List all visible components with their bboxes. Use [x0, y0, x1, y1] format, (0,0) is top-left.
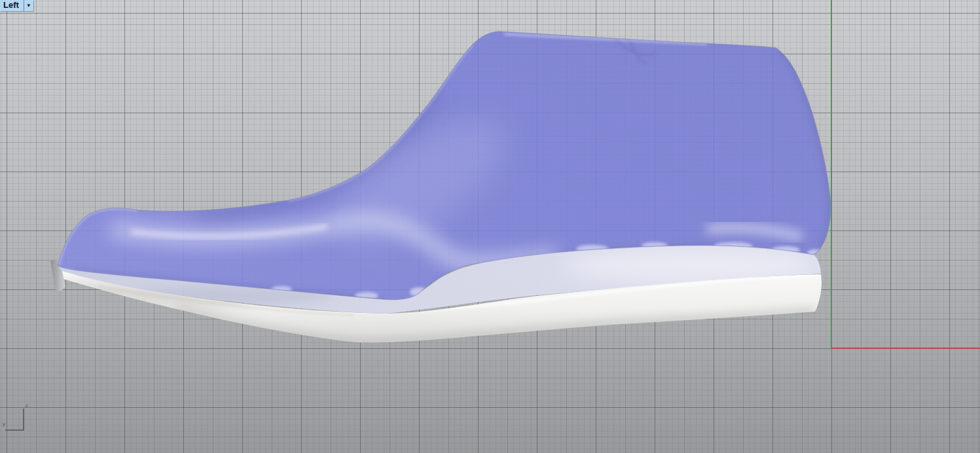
viewport-title[interactable]: Left — [0, 0, 24, 11]
cplane-axes-indicator: z y — [0, 399, 39, 439]
viewport-title-pill[interactable]: Left ▾ — [0, 0, 33, 11]
cplane-z-axis-label: z — [26, 403, 28, 408]
shoe-last-model — [0, 0, 980, 453]
cplane-axes-icon — [0, 399, 39, 439]
viewport-canvas[interactable]: Left ▾ z y — [0, 0, 980, 453]
viewport-dropdown-arrow[interactable]: ▾ — [24, 0, 33, 11]
cplane-y-axis-label: y — [3, 422, 5, 427]
